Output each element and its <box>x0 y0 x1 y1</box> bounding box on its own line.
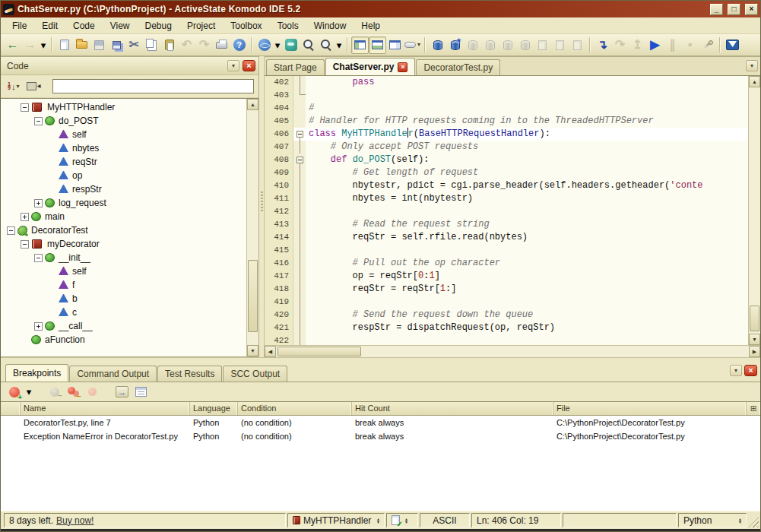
line-number[interactable]: 403 <box>265 89 293 102</box>
help-button[interactable]: ? <box>230 36 248 54</box>
code-line-text[interactable]: nbytestr, pdict = cgi.parse_header(self.… <box>306 179 748 192</box>
tree-item-b[interactable]: b <box>1 292 246 306</box>
fold-margin[interactable] <box>293 128 306 141</box>
menu-code[interactable]: Code <box>66 19 102 33</box>
code-line-419[interactable]: 419 <box>265 296 748 309</box>
community-button[interactable] <box>282 36 300 54</box>
code-line-text[interactable]: pass <box>306 76 748 89</box>
menu-file[interactable]: File <box>5 19 33 33</box>
tree-item-self[interactable]: self <box>1 264 246 278</box>
locate-current-node-button[interactable] <box>24 80 39 93</box>
minimize-button[interactable]: _ <box>710 4 723 15</box>
tree-item-main[interactable]: main <box>1 210 246 223</box>
tree-scroll-thumb[interactable] <box>248 260 258 332</box>
code-line-text[interactable]: respStr = dispatchRequest(op, reqStr) <box>306 321 748 334</box>
line-number[interactable]: 418 <box>265 283 293 296</box>
preview-in-browser-button[interactable] <box>255 36 273 54</box>
line-number[interactable]: 402 <box>265 76 293 89</box>
scc-update-button[interactable] <box>429 36 446 54</box>
forward-button[interactable]: → <box>21 36 39 54</box>
header-language[interactable]: Language <box>190 402 238 415</box>
line-number[interactable]: 419 <box>265 296 293 309</box>
collapse-icon[interactable] <box>21 103 29 112</box>
code-line-409[interactable]: 409 # Get length of request <box>265 166 748 179</box>
tab-list-button[interactable]: ▾ <box>746 60 758 71</box>
line-number[interactable]: 411 <box>265 192 293 205</box>
code-line-text[interactable]: # Read the request string <box>306 218 748 231</box>
tab-start-page[interactable]: Start Page <box>266 59 325 75</box>
breakpoint-row[interactable]: Exception NameError in DecoratorTest.pyP… <box>1 429 760 443</box>
code-line-text[interactable]: def do_POST(self): <box>306 154 748 166</box>
scroll-up-icon[interactable]: ▲ <box>247 99 258 110</box>
code-line-text[interactable]: nbytes = int(nbytestr) <box>306 192 748 205</box>
toggle-all-breakpoints-button[interactable] <box>65 383 82 401</box>
line-number[interactable]: 413 <box>265 218 293 231</box>
fold-margin[interactable] <box>293 192 306 205</box>
status-language-selector[interactable]: Python ▴▾ <box>678 513 747 527</box>
line-number[interactable]: 422 <box>265 334 293 345</box>
scroll-right-icon[interactable]: ▶ <box>749 346 760 357</box>
fold-margin[interactable] <box>293 102 306 115</box>
line-number[interactable]: 407 <box>265 141 293 154</box>
expand-icon[interactable] <box>21 213 29 221</box>
fold-margin[interactable] <box>293 218 306 231</box>
fold-margin[interactable] <box>293 141 306 154</box>
pause-button[interactable]: ∥ <box>664 36 681 54</box>
code-line-417[interactable]: 417 op = reqStr[0:1] <box>265 270 748 283</box>
resize-grip[interactable] <box>748 517 759 527</box>
find-in-files-button[interactable] <box>317 36 335 54</box>
show-bottom-pane-button[interactable] <box>369 36 386 54</box>
code-line-text[interactable]: # Send the request down the queue <box>306 309 748 321</box>
column-picker-icon[interactable]: ⊞ <box>747 402 760 415</box>
fold-margin[interactable] <box>293 309 306 321</box>
toolbox-button[interactable] <box>724 36 741 54</box>
tree-item-reqstr[interactable]: reqStr <box>1 155 246 169</box>
tab-command-output[interactable]: Command Output <box>69 366 157 382</box>
menu-window[interactable]: Window <box>307 19 354 33</box>
code-line-text[interactable] <box>306 334 748 345</box>
tab-chatserver-py[interactable]: ChatServer.py× <box>325 58 416 75</box>
scc-history-button[interactable] <box>551 36 569 54</box>
code-filter-input[interactable] <box>52 79 254 93</box>
line-number[interactable]: 412 <box>265 205 293 218</box>
header-file[interactable]: File <box>553 402 747 415</box>
code-line-text[interactable] <box>306 244 748 257</box>
find-caret-button[interactable]: ▾ <box>335 36 344 54</box>
delete-breakpoint-button[interactable] <box>46 383 63 401</box>
collapse-icon[interactable] <box>7 226 15 235</box>
panel-close-button[interactable]: × <box>243 60 255 71</box>
clear-all-breakpoints-button[interactable] <box>84 383 101 401</box>
code-line-422[interactable]: 422 <box>265 334 748 345</box>
fold-margin[interactable] <box>293 257 306 270</box>
scroll-left-icon[interactable]: ◀ <box>265 346 276 357</box>
code-line-410[interactable]: 410 nbytestr, pdict = cgi.parse_header(s… <box>265 179 748 192</box>
tree-item--call-[interactable]: __call__ <box>1 319 246 333</box>
fold-margin[interactable] <box>293 89 306 102</box>
menu-project[interactable]: Project <box>180 19 222 33</box>
line-number[interactable]: 414 <box>265 231 293 244</box>
tree-item-mydecorator[interactable]: myDecorator <box>1 237 246 251</box>
fold-collapse-icon[interactable] <box>296 131 303 138</box>
menu-edit[interactable]: Edit <box>35 19 65 33</box>
new-file-button[interactable] <box>55 36 73 54</box>
history-caret-button[interactable]: ▾ <box>39 36 48 54</box>
add-breakpoint-button[interactable] <box>5 383 23 401</box>
panel-splitter[interactable] <box>259 56 265 357</box>
sort-order-button[interactable]: ↓ ▾ <box>5 80 21 93</box>
code-line-415[interactable]: 415 <box>265 244 748 257</box>
tree-item-log-request[interactable]: log_request <box>1 196 246 210</box>
close-button[interactable]: × <box>745 4 758 15</box>
fold-margin[interactable] <box>293 166 306 179</box>
header-condition[interactable]: Condition <box>238 402 352 415</box>
tab-breakpoints[interactable]: Breakpoints <box>5 364 68 382</box>
code-line-414[interactable]: 414 reqStr = self.rfile.read(nbytes) <box>265 231 748 244</box>
panel-menu-button[interactable]: ▾ <box>227 60 239 71</box>
editor-scroll-thumb[interactable] <box>750 306 759 331</box>
expand-icon[interactable] <box>34 322 43 331</box>
code-line-text[interactable]: # <box>306 102 748 115</box>
scc-push-button[interactable] <box>569 36 586 54</box>
tree-item-decoratortest[interactable]: DecoratorTest <box>1 223 246 237</box>
fold-margin[interactable] <box>293 283 306 296</box>
code-line-text[interactable]: reqStr = self.rfile.read(nbytes) <box>306 231 748 244</box>
code-line-404[interactable]: 404# <box>265 102 748 115</box>
